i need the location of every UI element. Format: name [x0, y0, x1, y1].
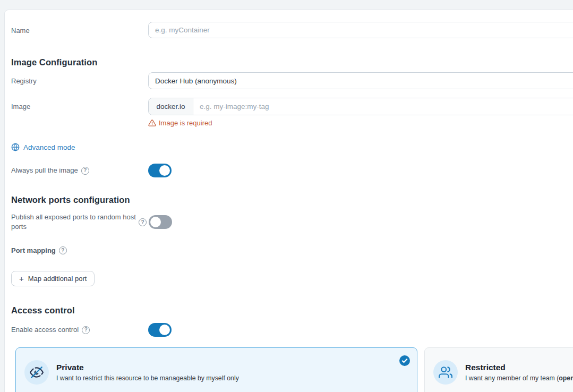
registry-selected-value: Docker Hub (anonymous) — [155, 77, 237, 85]
image-row: Image docker.io — [11, 98, 573, 115]
ownership-cards: Private I want to restrict this resource… — [15, 347, 573, 392]
always-pull-toggle[interactable] — [148, 164, 172, 177]
enable-access-label: Enable access control — [11, 325, 79, 335]
access-control-heading: Access control — [11, 305, 573, 316]
name-input[interactable] — [148, 22, 573, 38]
restricted-icon-circle — [433, 360, 458, 385]
network-ports-heading: Network ports configuration — [11, 195, 573, 205]
plus-icon: + — [19, 275, 24, 283]
restricted-title: Restricted — [465, 363, 573, 372]
globe-icon — [11, 143, 20, 151]
enable-access-row: Enable access control ? — [11, 323, 573, 337]
map-additional-port-label: Map additional port — [28, 275, 87, 283]
port-mapping-label: Port mapping — [11, 246, 56, 254]
registry-select[interactable]: Docker Hub (anonymous) — [148, 72, 573, 89]
image-input[interactable] — [193, 98, 573, 115]
enable-access-help-icon[interactable]: ? — [82, 326, 90, 334]
access-option-private[interactable]: Private I want to restrict this resource… — [15, 347, 417, 392]
private-description: I want to restrict this resource to be m… — [56, 374, 239, 382]
advanced-mode-label: Advanced mode — [23, 143, 75, 151]
publish-ports-row: Publish all exposed ports to random host… — [11, 212, 573, 232]
image-input-group: docker.io — [148, 98, 573, 115]
registry-row: Registry Docker Hub (anonymous) — [11, 72, 573, 89]
image-error-text: Image is required — [159, 119, 212, 127]
form-panel: Name Image Configuration Registry Docker… — [4, 10, 573, 392]
registry-label: Registry — [11, 72, 148, 86]
always-pull-help-icon[interactable]: ? — [81, 167, 89, 175]
image-registry-prefix: docker.io — [149, 98, 193, 115]
name-label: Name — [11, 22, 148, 36]
map-additional-port-button[interactable]: + Map additional port — [11, 271, 95, 286]
warning-triangle-icon — [148, 119, 156, 127]
private-title: Private — [56, 363, 239, 372]
publish-ports-help-icon[interactable]: ? — [139, 218, 147, 226]
image-configuration-heading: Image Configuration — [11, 57, 573, 67]
selected-check-icon — [399, 355, 410, 366]
port-mapping-label-row: Port mapping ? — [11, 246, 67, 254]
publish-ports-label: Publish all exposed ports to random host… — [11, 212, 139, 232]
name-row: Name — [11, 22, 573, 38]
advanced-mode-link[interactable]: Advanced mode — [11, 143, 75, 151]
enable-access-toggle[interactable] — [148, 323, 172, 337]
eye-off-icon — [30, 365, 44, 379]
image-error: Image is required — [148, 119, 573, 127]
private-icon-circle — [24, 360, 49, 385]
always-pull-label: Always pull the image — [11, 166, 78, 175]
image-label: Image — [11, 98, 148, 112]
access-option-restricted[interactable]: Restricted I want any member of my team … — [424, 347, 573, 392]
restricted-description: I want any member of my team (open — [465, 374, 573, 382]
users-icon — [439, 365, 452, 379]
port-mapping-help-icon[interactable]: ? — [59, 246, 67, 254]
publish-ports-toggle[interactable] — [149, 215, 172, 229]
always-pull-row: Always pull the image ? — [11, 164, 573, 177]
